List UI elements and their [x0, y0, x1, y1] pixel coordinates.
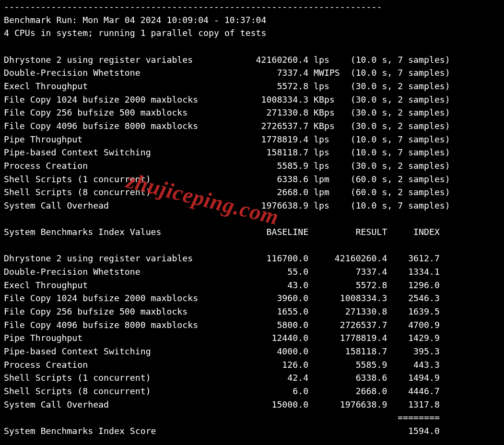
benchmark-run-line: Benchmark Run: Mon Mar 04 2024 10:09:04 … [4, 15, 267, 25]
terminal-output: ----------------------------------------… [0, 0, 504, 438]
index-header-line: System Benchmarks Index Values BASELINE … [4, 227, 440, 237]
score-line: System Benchmarks Index Score 1594.0 [4, 426, 440, 436]
tests-block: Dhrystone 2 using register variables 421… [4, 55, 450, 211]
score-divider-line: ======== [4, 412, 440, 422]
index-block: Dhrystone 2 using register variables 116… [4, 253, 440, 409]
cpu-info-line: 4 CPUs in system; running 1 parallel cop… [4, 28, 267, 38]
divider-line: ----------------------------------------… [4, 1, 382, 12]
